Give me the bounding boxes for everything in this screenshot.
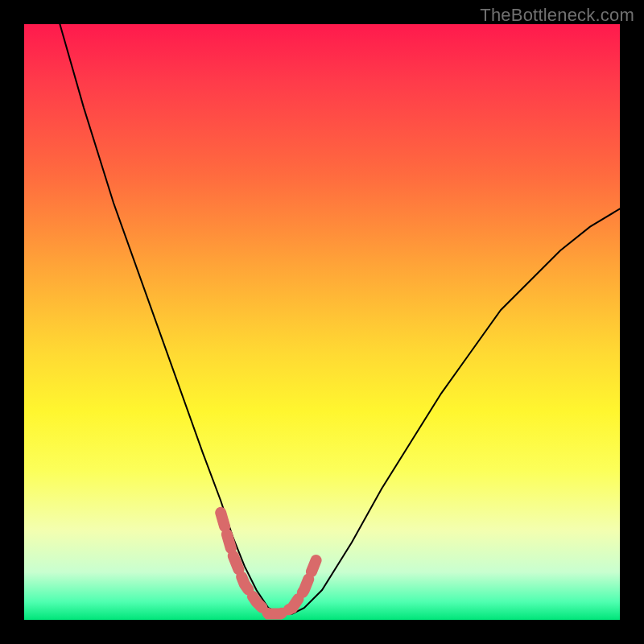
minimum-band-highlight — [221, 513, 316, 614]
chart-svg — [24, 24, 620, 620]
chart-frame: TheBottleneck.com — [0, 0, 644, 644]
bottleneck-curve — [60, 24, 620, 614]
watermark-text: TheBottleneck.com — [480, 5, 634, 26]
plot-area — [24, 24, 620, 620]
